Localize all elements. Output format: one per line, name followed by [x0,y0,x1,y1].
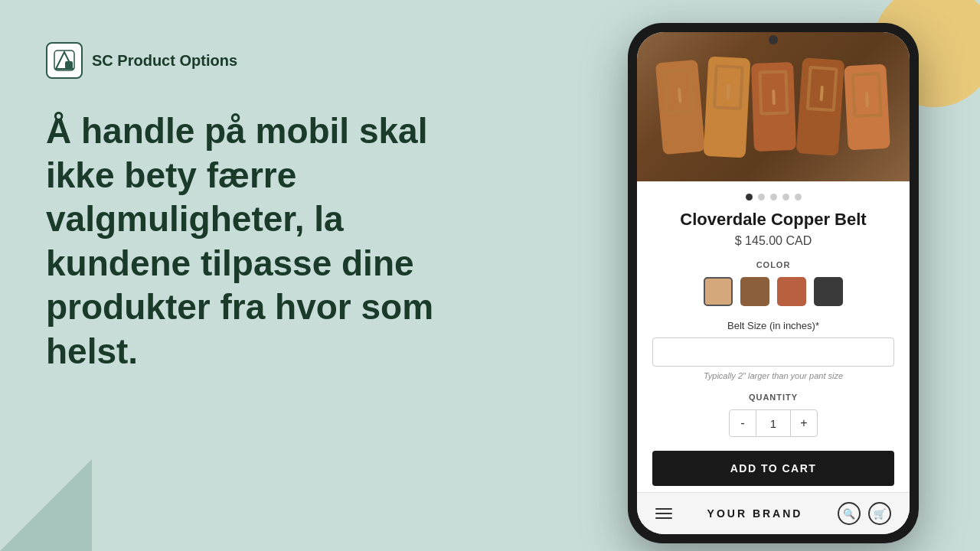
quantity-control: - 1 + [652,409,894,437]
add-to-cart-button[interactable]: ADD TO CART [652,451,894,486]
phone-outer: Cloverdale Copper Belt $ 145.00 CAD COLO… [628,23,919,543]
nav-icons: 🔍 🛒 [838,502,891,525]
left-panel: SC Product Options Å handle på mobil ska… [46,0,521,551]
buckle-5 [844,64,890,150]
brand-logo [46,42,83,79]
cart-icon[interactable]: 🛒 [868,502,891,525]
dot-5[interactable] [795,194,802,201]
color-label: COLOR [652,260,894,269]
brand-header: SC Product Options [46,42,521,79]
headline-text: Å handle på mobil skal ikke bety færre v… [46,109,490,373]
quantity-value: 1 [756,409,790,437]
swatch-dark[interactable] [814,277,843,306]
swatch-copper[interactable] [777,277,806,306]
belt-size-input[interactable] [652,337,894,367]
svg-rect-2 [65,61,73,69]
product-content: Cloverdale Copper Belt $ 145.00 CAD COLO… [637,181,910,492]
dot-3[interactable] [770,194,777,201]
buckle-1 [655,59,704,154]
buckle-2 [703,56,750,158]
quantity-plus-button[interactable]: + [790,409,818,437]
product-price: $ 145.00 CAD [652,234,894,248]
dot-4[interactable] [782,194,789,201]
quantity-label: QUANTITY [652,393,894,402]
hamburger-menu-icon[interactable] [655,508,672,519]
phone-mockup: Cloverdale Copper Belt $ 145.00 CAD COLO… [612,23,934,543]
phone-screen: Cloverdale Copper Belt $ 145.00 CAD COLO… [637,32,910,534]
swatch-tan[interactable] [704,277,733,306]
product-title: Cloverdale Copper Belt [652,210,894,230]
color-swatches [652,277,894,306]
belt-visual [637,32,910,181]
search-icon[interactable]: 🔍 [838,502,861,525]
carousel-dots [652,194,894,201]
buckle-4 [795,57,844,156]
belt-size-hint: Typically 2" larger than your pant size [652,371,894,380]
buckle-3 [751,62,796,152]
swatch-brown[interactable] [740,277,769,306]
dot-2[interactable] [758,194,765,201]
belt-size-label: Belt Size (in inches)* [652,320,894,331]
dot-1[interactable] [746,194,753,201]
phone-camera [769,35,778,44]
nav-brand-text: YOUR BRAND [707,507,803,520]
quantity-minus-button[interactable]: - [729,409,756,437]
product-image [637,32,910,181]
phone-bottom-nav: YOUR BRAND 🔍 🛒 [637,492,910,534]
brand-name-text: SC Product Options [92,52,237,70]
